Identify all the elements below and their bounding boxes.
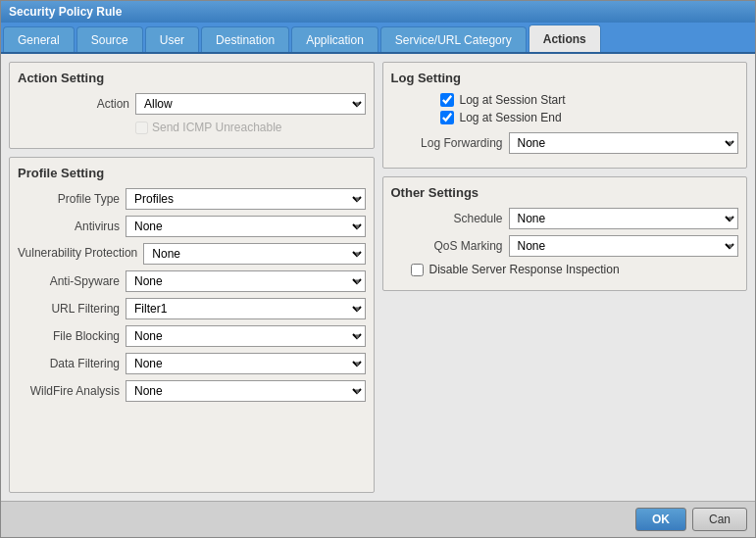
tab-bar: General Source User Destination Applicat… [1,23,755,54]
log-forwarding-select-wrapper: None [509,132,739,154]
tab-destination[interactable]: Destination [201,26,289,52]
tab-source[interactable]: Source [76,26,143,52]
profile-type-label: Profile Type [18,192,126,206]
file-blocking-select-wrapper: None [126,325,366,347]
profile-type-select[interactable]: Profiles Group [126,188,366,210]
other-settings-title: Other Settings [391,185,739,200]
wildfire-select[interactable]: None [126,380,366,402]
wildfire-label: WildFire Analysis [18,384,126,398]
qos-row: QoS Marking None [391,235,739,257]
antivirus-select[interactable]: None [126,216,366,237]
anti-spyware-label: Anti-Spyware [18,274,126,288]
antivirus-select-wrapper: None [126,216,366,237]
data-filtering-select-wrapper: None [126,353,366,374]
schedule-row: Schedule None [391,208,739,229]
vuln-row: Vulnerability Protection None [18,243,366,265]
antivirus-row: Antivirus None [18,216,366,237]
tab-actions[interactable]: Actions [529,24,601,52]
log-session-start-label: Log at Session Start [460,93,566,107]
log-forwarding-select[interactable]: None [509,132,739,154]
vuln-select-wrapper: None [143,243,365,265]
disable-server-row: Disable Server Response Inspection [391,263,739,276]
main-content: Action Setting Action Allow Deny Drop [1,54,755,501]
tab-user[interactable]: User [145,26,199,52]
url-filtering-label: URL Filtering [18,302,126,316]
profile-setting-section: Profile Setting Profile Type Profiles Gr… [9,157,375,493]
main-window: Security Policy Rule General Source User… [0,0,756,538]
send-icmp-label: Send ICMP Unreachable [152,121,282,134]
action-setting-section: Action Setting Action Allow Deny Drop [9,62,375,149]
url-filtering-select-wrapper: Filter1 None [126,298,366,319]
left-panel: Action Setting Action Allow Deny Drop [9,62,375,493]
log-checkboxes: Log at Session Start Log at Session End [391,93,739,124]
action-label: Action [18,97,135,111]
tab-service-url[interactable]: Service/URL Category [380,26,527,52]
schedule-label: Schedule [391,212,509,225]
log-setting-title: Log Setting [391,71,739,85]
data-filtering-row: Data Filtering None [18,353,366,374]
action-select-wrapper: Allow Deny Drop [135,93,366,115]
tab-application[interactable]: Application [291,26,378,52]
action-row: Action Allow Deny Drop [18,93,366,115]
schedule-select[interactable]: None [509,208,739,229]
action-setting-title: Action Setting [18,71,366,85]
anti-spyware-select[interactable]: None [126,270,366,292]
action-select[interactable]: Allow Deny Drop [135,93,366,115]
send-icmp-row: Send ICMP Unreachable [18,121,366,134]
window-title: Security Policy Rule [9,5,122,19]
profile-setting-title: Profile Setting [18,166,366,180]
anti-spyware-select-wrapper: None [126,270,366,292]
qos-label: QoS Marking [391,239,509,253]
log-forwarding-row: Log Forwarding None [391,132,739,154]
data-filtering-select[interactable]: None [126,353,366,374]
log-session-start-row: Log at Session Start [430,93,739,107]
profile-type-row: Profile Type Profiles Group [18,188,366,210]
url-filtering-row: URL Filtering Filter1 None [18,298,366,319]
log-setting-section: Log Setting Log at Session Start Log at … [382,62,748,169]
file-blocking-select[interactable]: None [126,325,366,347]
profile-type-select-wrapper: Profiles Group [126,188,366,210]
qos-select-wrapper: None [509,235,739,257]
title-bar: Security Policy Rule [1,1,755,23]
ok-button[interactable]: OK [635,508,686,531]
footer: OK Can [1,501,755,537]
wildfire-select-wrapper: None [126,380,366,402]
wildfire-row: WildFire Analysis None [18,380,366,402]
schedule-select-wrapper: None [509,208,739,229]
qos-select[interactable]: None [509,235,739,257]
other-settings-section: Other Settings Schedule None QoS Marking… [382,176,748,291]
log-session-end-row: Log at Session End [430,111,739,124]
tab-general[interactable]: General [3,26,75,52]
log-forwarding-label: Log Forwarding [391,136,509,150]
cancel-button[interactable]: Can [692,508,747,531]
log-session-end-label: Log at Session End [460,111,562,124]
log-session-start-checkbox[interactable] [440,93,454,107]
anti-spyware-row: Anti-Spyware None [18,270,366,292]
vuln-select[interactable]: None [143,243,365,265]
data-filtering-label: Data Filtering [18,357,126,370]
right-panel: Log Setting Log at Session Start Log at … [382,62,748,493]
file-blocking-row: File Blocking None [18,325,366,347]
send-icmp-checkbox[interactable] [135,122,148,134]
disable-server-checkbox[interactable] [411,264,424,276]
vuln-label: Vulnerability Protection [18,246,143,262]
log-session-end-checkbox[interactable] [440,111,454,124]
disable-server-label: Disable Server Response Inspection [429,263,620,276]
antivirus-label: Antivirus [18,220,126,233]
file-blocking-label: File Blocking [18,329,126,343]
url-filtering-select[interactable]: Filter1 None [126,298,366,319]
